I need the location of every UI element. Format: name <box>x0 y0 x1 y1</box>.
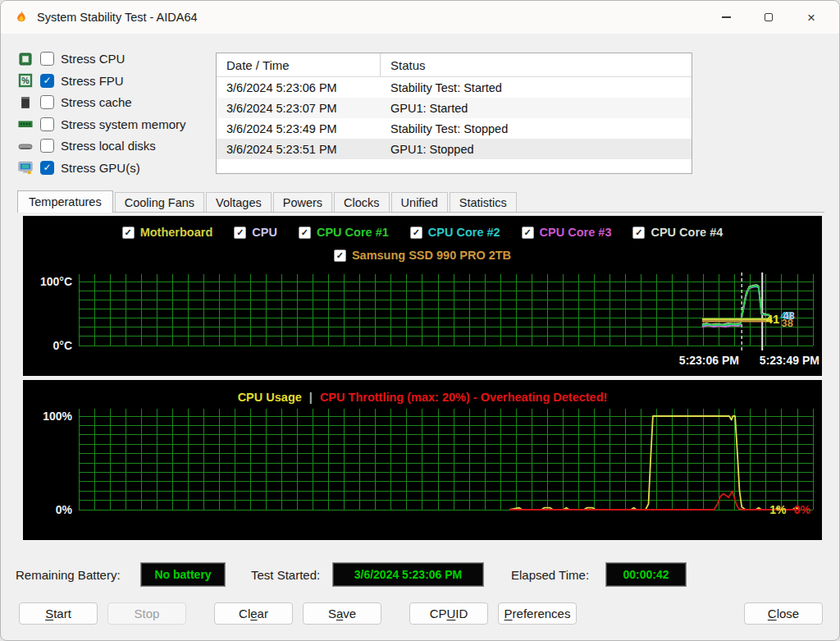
usage-graph-panel: CPU Usage|CPU Throttling (max: 20%) - Ov… <box>23 380 822 540</box>
log-cell-datetime: 3/6/2024 5:23:06 PM <box>217 81 381 94</box>
legend-label[interactable]: CPU Core #4 <box>651 226 723 239</box>
tab-statistics[interactable]: Statistics <box>450 192 517 212</box>
value-readout: 41 <box>766 312 780 326</box>
log-row[interactable]: 3/6/2024 5:23:06 PM Stability Test: Star… <box>217 77 692 98</box>
x-axis-label: 5:23:06 PM <box>679 354 739 367</box>
legend-label[interactable]: Samsung SSD 990 PRO 2TB <box>352 249 511 262</box>
legend-checkbox[interactable]: ✓ <box>522 227 534 239</box>
legend-label[interactable]: Motherboard <box>140 226 213 239</box>
usage-title-part: CPU Throttling (max: 20%) - Overheating … <box>320 391 607 404</box>
event-log-table: Date / Time Status 3/6/2024 5:23:06 PM S… <box>216 53 692 174</box>
usage-chart: 100%0%1%0% <box>23 380 822 540</box>
legend-item-samsung-ssd-990-pro-2tb: ✓ Samsung SSD 990 PRO 2TB <box>334 249 511 262</box>
log-cell-datetime: 3/6/2024 5:23:51 PM <box>217 143 381 156</box>
titlebar: System Stability Test - AIDA64 × <box>1 1 839 34</box>
stress-checkbox[interactable]: ✓ <box>40 74 54 88</box>
log-column-status[interactable]: Status <box>381 53 692 76</box>
cache-icon <box>17 94 34 111</box>
log-column-datetime[interactable]: Date / Time <box>217 53 381 76</box>
cpuid-button[interactable]: CPUID <box>409 602 488 625</box>
remaining-battery-label: Remaining Battery: <box>16 568 121 582</box>
save-button[interactable]: Save <box>303 602 381 625</box>
tab-powers[interactable]: Powers <box>273 192 332 212</box>
gpu-icon <box>17 159 34 176</box>
legend-item-cpu-core-2: ✓ CPU Core #2 <box>410 226 500 239</box>
minimize-button[interactable] <box>705 1 747 34</box>
usage-title-part: CPU Usage <box>238 391 302 404</box>
log-cell-status: GPU1: Started <box>381 102 692 115</box>
stress-checkbox[interactable]: ✓ <box>40 139 54 153</box>
button-bar: StartStopClearSaveCPUIDPreferencesClose <box>19 602 823 625</box>
stress-option-label[interactable]: Stress FPU <box>61 74 124 88</box>
window-title: System Stability Test - AIDA64 <box>37 11 198 24</box>
test-started-value: 3/6/2024 5:23:06 PM <box>332 562 484 587</box>
disk-icon <box>17 138 34 154</box>
tab-voltages[interactable]: Voltages <box>206 192 272 212</box>
close-icon[interactable]: × <box>790 1 833 34</box>
stress-option-stress-cpu: ✓ Stress CPU <box>17 50 186 67</box>
log-row[interactable]: 3/6/2024 5:23:49 PM Stability Test: Stop… <box>217 118 692 139</box>
y-axis-min-label: 0% <box>56 503 73 516</box>
stress-option-label[interactable]: Stress GPU(s) <box>61 161 140 175</box>
stress-checkbox[interactable]: ✓ <box>40 52 54 66</box>
elapsed-time-label: Elapsed Time: <box>511 568 589 582</box>
legend-checkbox[interactable]: ✓ <box>122 227 135 239</box>
tab-clocks[interactable]: Clocks <box>334 192 390 212</box>
maximize-button[interactable] <box>747 1 790 34</box>
app-window: System Stability Test - AIDA64 × ✓ Stres… <box>0 0 840 641</box>
legend-checkbox[interactable]: ✓ <box>410 227 422 239</box>
fpu-icon: % <box>17 72 34 89</box>
temperature-legend-row-2: ✓ Samsung SSD 990 PRO 2TB <box>23 249 822 262</box>
stress-checkbox[interactable]: ✓ <box>40 117 54 131</box>
stress-checkbox[interactable]: ✓ <box>40 95 54 109</box>
legend-item-cpu: ✓ CPU <box>234 226 277 239</box>
log-table-header: Date / Time Status <box>217 53 692 77</box>
stress-option-label[interactable]: Stress cache <box>61 95 132 109</box>
tab-cooling-fans[interactable]: Cooling Fans <box>115 192 204 212</box>
usage-chart-title: CPU Usage|CPU Throttling (max: 20%) - Ov… <box>23 391 822 404</box>
preferences-button[interactable]: Preferences <box>498 602 577 625</box>
y-axis-min-label: 0°C <box>53 339 73 352</box>
window-controls: × <box>705 1 833 34</box>
cpu-icon <box>17 51 34 67</box>
svg-text:%: % <box>21 76 30 85</box>
tab-bar: TemperaturesCooling FansVoltagesPowersCl… <box>17 191 824 213</box>
legend-checkbox[interactable]: ✓ <box>299 227 311 239</box>
x-axis-label: 5:23:49 PM <box>760 354 819 367</box>
clear-button[interactable]: Clear <box>214 602 293 625</box>
test-started-label: Test Started: <box>251 568 320 582</box>
stress-option-label[interactable]: Stress CPU <box>61 52 125 66</box>
stress-checkbox[interactable]: ✓ <box>40 161 54 175</box>
log-row[interactable]: 3/6/2024 5:23:07 PM GPU1: Started <box>217 98 692 118</box>
stress-option-stress-local-disks: ✓ Stress local disks <box>17 137 186 154</box>
stop-button[interactable]: Stop <box>107 602 186 625</box>
elapsed-time-value: 00:00:42 <box>605 562 687 587</box>
legend-checkbox[interactable]: ✓ <box>334 250 346 262</box>
log-row[interactable]: 3/6/2024 5:23:51 PM GPU1: Stopped <box>217 139 692 159</box>
stress-option-stress-gpu-s: ✓ Stress GPU(s) <box>17 159 186 176</box>
flame-icon <box>14 10 29 25</box>
stress-option-stress-system-memory: ✓ Stress system memory <box>17 116 186 133</box>
temperature-legend-row-1: ✓ Motherboard ✓ CPU ✓ CPU Core #1 ✓ CPU … <box>23 226 822 239</box>
stress-option-label[interactable]: Stress local disks <box>61 139 156 153</box>
value-readout: 0% <box>794 503 811 516</box>
legend-label[interactable]: CPU Core #1 <box>317 226 389 239</box>
stress-option-label[interactable]: Stress system memory <box>61 117 186 131</box>
close-button[interactable]: Close <box>744 602 823 625</box>
legend-checkbox[interactable]: ✓ <box>234 227 246 239</box>
legend-label[interactable]: CPU Core #2 <box>428 226 500 239</box>
tab-temperatures[interactable]: Temperatures <box>17 190 113 213</box>
usage-title-part: | <box>309 391 313 404</box>
stress-options: ✓ Stress CPU % ✓ Stress FPU ✓ Stress cac… <box>17 50 186 181</box>
legend-label[interactable]: CPU <box>252 226 277 239</box>
tab-unified[interactable]: Unified <box>391 192 448 212</box>
value-readout: 38 <box>782 317 793 329</box>
legend-label[interactable]: CPU Core #3 <box>540 226 612 239</box>
legend-checkbox[interactable]: ✓ <box>632 227 645 239</box>
temperature-graph-panel: ✓ Motherboard ✓ CPU ✓ CPU Core #1 ✓ CPU … <box>23 216 822 376</box>
memory-icon <box>17 116 34 132</box>
stress-option-stress-cache: ✓ Stress cache <box>17 94 186 111</box>
legend-item-cpu-core-3: ✓ CPU Core #3 <box>522 226 612 239</box>
temperature-chart: 100°C0°C5:23:06 PM5:23:49 PM41484838 <box>23 216 822 376</box>
start-button[interactable]: Start <box>19 602 98 625</box>
